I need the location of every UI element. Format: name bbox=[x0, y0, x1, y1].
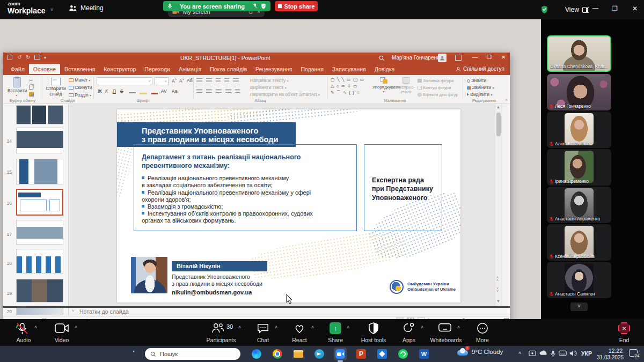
more-button[interactable] bbox=[477, 322, 488, 334]
section-button[interactable]: Розділ ▾ bbox=[69, 92, 91, 98]
slide-thumbnail-17[interactable] bbox=[16, 220, 63, 245]
shape-outline-button[interactable]: Контур фігури bbox=[418, 85, 451, 90]
slide-thumbnail-14[interactable] bbox=[16, 128, 63, 153]
redo-icon[interactable]: ↻ bbox=[26, 54, 30, 60]
taskbar-app-telegram[interactable] bbox=[313, 348, 326, 360]
taskbar-app-chrome[interactable] bbox=[271, 348, 284, 360]
participants-button[interactable]: 30 bbox=[211, 323, 233, 334]
video-options-chevron[interactable]: ˄ bbox=[75, 324, 77, 330]
grow-font-button[interactable]: А˄ bbox=[172, 78, 177, 84]
scroll-down-icon[interactable]: ▼ bbox=[496, 299, 500, 303]
quick-styles-button[interactable]: Експрес- стилі bbox=[396, 77, 415, 94]
participant-tile[interactable]: Аліна Козаченко bbox=[547, 112, 611, 148]
undo-icon[interactable]: ↺ bbox=[17, 54, 21, 60]
increase-indent-button[interactable] bbox=[224, 78, 229, 83]
taskbar-app-word[interactable]: W bbox=[418, 348, 430, 360]
font-name-combo[interactable]: ˅ bbox=[97, 77, 152, 85]
reset-button[interactable]: Скинути bbox=[69, 85, 92, 90]
taskbar-app-edge[interactable] bbox=[250, 348, 263, 360]
taskbar-clock[interactable]: 12:22 31.03.2025 bbox=[597, 348, 623, 361]
tab-meeting[interactable]: Meeting bbox=[69, 4, 104, 12]
participant-tile[interactable]: Анастасія Сапитон bbox=[547, 262, 611, 298]
tab-slideshow[interactable]: Показ слайдів bbox=[206, 64, 251, 74]
shape-fill-button[interactable]: Заливка фігури bbox=[418, 78, 453, 83]
replace-button[interactable]: Замінити ▾ bbox=[467, 85, 494, 90]
tray-mic-icon[interactable] bbox=[551, 350, 555, 357]
video-button[interactable] bbox=[55, 323, 69, 334]
clear-format-button[interactable]: Аб bbox=[187, 78, 193, 83]
canvas-scrollbar[interactable]: ▲ ˄˄ ˅˅ ▼ bbox=[495, 104, 501, 306]
cut-icon[interactable]: ✂ bbox=[29, 78, 33, 83]
collapse-videos-chevron[interactable]: ˅ bbox=[570, 302, 588, 311]
participants-options-chevron[interactable]: ˄ bbox=[238, 324, 241, 330]
security-shield-icon[interactable] bbox=[540, 5, 548, 14]
ppt-account-name[interactable]: Мар'яна Гончаренко bbox=[392, 55, 442, 61]
notification-center-button[interactable]: 24 bbox=[629, 349, 638, 357]
window-close-icon[interactable]: ✕ bbox=[632, 5, 638, 12]
bold-button[interactable]: Ж bbox=[98, 88, 102, 94]
language-switcher[interactable]: УКР bbox=[581, 350, 592, 357]
tray-speaker-icon[interactable] bbox=[569, 350, 577, 357]
decrease-indent-button[interactable] bbox=[216, 78, 221, 83]
apps-button[interactable] bbox=[402, 322, 415, 334]
ppt-restore-icon[interactable]: ❐ bbox=[487, 54, 492, 60]
find-button[interactable]: Знайти bbox=[467, 78, 486, 83]
align-left-button[interactable] bbox=[196, 89, 202, 93]
tab-transitions[interactable]: Переходи bbox=[140, 64, 174, 74]
align-center-button[interactable] bbox=[206, 89, 212, 93]
change-case-button[interactable]: Aa bbox=[172, 88, 177, 94]
taskbar-weather[interactable]: ! 9°C Cloudy bbox=[457, 348, 503, 356]
taskbar-app-file-explorer[interactable] bbox=[292, 348, 305, 360]
previous-slide-button[interactable]: ˄˄ bbox=[496, 277, 499, 282]
convert-smartart-button[interactable]: Перетворити на об'єкт SmartArt ▾ bbox=[250, 92, 320, 97]
justify-button[interactable] bbox=[225, 89, 231, 93]
workspace-chevron-icon[interactable]: ˅ bbox=[50, 7, 53, 12]
stop-share-button[interactable]: Stop share bbox=[275, 1, 318, 11]
tab-design[interactable]: Конструктор bbox=[99, 64, 140, 74]
apps-options-chevron[interactable]: ˄ bbox=[421, 324, 423, 330]
share-options-chevron[interactable]: ˄ bbox=[347, 324, 349, 330]
view-button[interactable]: View bbox=[565, 6, 589, 13]
slide-thumbnail-15[interactable] bbox=[16, 159, 63, 184]
new-slide-button[interactable]: Створити слайд bbox=[44, 76, 68, 97]
tab-animations[interactable]: Анімація bbox=[174, 64, 206, 74]
react-button[interactable] bbox=[293, 322, 306, 334]
participant-tile[interactable]: Леся Гончаренко bbox=[547, 74, 611, 110]
tray-keyboard-icon[interactable] bbox=[559, 350, 567, 356]
scroll-up-icon[interactable]: ▲ bbox=[496, 105, 500, 109]
layout-button[interactable]: Макет ▾ bbox=[69, 77, 91, 83]
audio-options-chevron[interactable]: ˄ bbox=[34, 324, 37, 330]
onedrive-cloud-icon[interactable] bbox=[539, 350, 547, 356]
taskbar-search[interactable]: Пошук bbox=[145, 348, 240, 360]
ppt-avatar[interactable] bbox=[438, 54, 447, 62]
chat-button[interactable] bbox=[257, 322, 269, 334]
slide[interactable]: Представник Уповноваженого з прав людини… bbox=[117, 109, 460, 302]
format-painter-icon[interactable] bbox=[29, 92, 34, 97]
strikethrough-button[interactable]: S bbox=[120, 88, 123, 94]
taskbar-app-zoom-active[interactable] bbox=[334, 348, 347, 360]
text-shadow-button[interactable] bbox=[129, 88, 136, 93]
participant-tile[interactable]: Oksana Cherviakova, Khar... bbox=[547, 35, 611, 72]
react-options-chevron[interactable]: ˄ bbox=[311, 324, 314, 330]
notes-collapse-icon[interactable]: ˅ bbox=[72, 308, 75, 313]
copy-icon[interactable] bbox=[29, 85, 33, 90]
char-spacing-button[interactable]: AV bbox=[161, 88, 167, 94]
text-direction-button[interactable]: Напрямок тексту ▾ bbox=[250, 78, 289, 83]
columns-button[interactable] bbox=[235, 89, 240, 93]
ppt-close-icon[interactable]: ✕ bbox=[501, 54, 506, 60]
host-tools-button[interactable] bbox=[368, 322, 379, 334]
whiteboards-button[interactable] bbox=[438, 323, 452, 334]
ppt-search-icon[interactable] bbox=[379, 55, 385, 61]
participant-tile[interactable]: Ксенія Жерьобкіна bbox=[547, 224, 611, 261]
whiteboards-options-chevron[interactable]: ˄ bbox=[457, 324, 460, 330]
collapse-ribbon-icon[interactable]: ˄ bbox=[505, 98, 508, 102]
select-button[interactable]: Виділити ▾ bbox=[467, 92, 492, 97]
align-right-button[interactable] bbox=[216, 89, 222, 93]
slide-thumbnail-16-selected[interactable] bbox=[16, 189, 63, 216]
ribbon-display-options-icon[interactable] bbox=[455, 55, 462, 61]
tab-file[interactable]: Файл bbox=[6, 64, 29, 74]
align-text-button[interactable]: Вирівняти текст ▾ bbox=[250, 85, 287, 90]
scrollbar-thumb[interactable] bbox=[496, 113, 501, 136]
participant-tile[interactable]: Ірина Яременко bbox=[547, 149, 611, 186]
taskbar-app-photos[interactable] bbox=[376, 348, 389, 360]
